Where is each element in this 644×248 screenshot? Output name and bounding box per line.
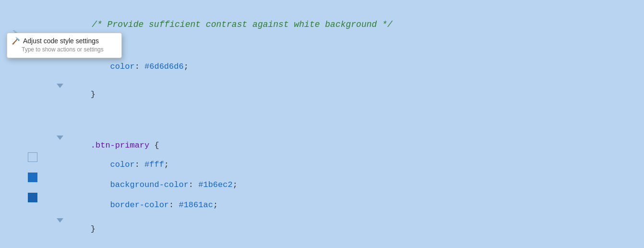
fold-marker-close-a[interactable] bbox=[57, 84, 63, 88]
close-brace-a: } bbox=[71, 81, 95, 108]
tooltip-hammer-icon: 🔨 bbox=[12, 37, 20, 45]
fold-marker-btn-primary[interactable] bbox=[57, 136, 63, 140]
color-fff-swatch[interactable] bbox=[28, 152, 37, 162]
border-color-swatch[interactable] bbox=[28, 193, 37, 202]
tooltip-popup[interactable]: 🔨 Adjust code style settings Type to sho… bbox=[7, 33, 122, 58]
tooltip-title-row: 🔨 Adjust code style settings bbox=[12, 37, 114, 45]
close-brace-btn: } bbox=[71, 215, 95, 243]
fold-marker-close-btn[interactable] bbox=[57, 218, 63, 223]
code-editor: /* Provide sufficient contrast against w… bbox=[0, 0, 644, 248]
bg-color-swatch[interactable] bbox=[28, 173, 37, 182]
border-color-line: border-color: #1861ac; bbox=[71, 191, 218, 219]
tooltip-title-text: Adjust code style settings bbox=[23, 37, 99, 45]
tooltip-subtitle: Type to show actions or settings bbox=[12, 46, 114, 53]
